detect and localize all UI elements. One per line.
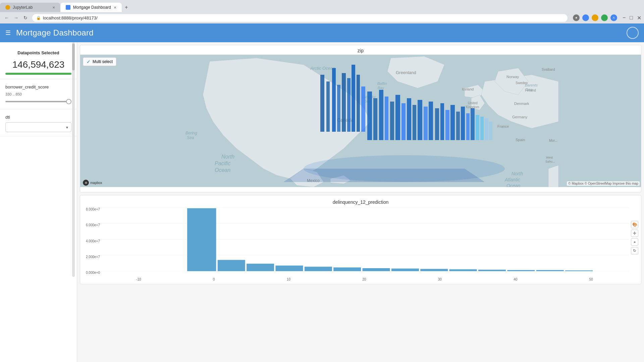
svg-text:Atlantic: Atlantic — [504, 177, 520, 182]
minimize-button[interactable]: − — [623, 15, 626, 21]
svg-rect-63 — [480, 117, 484, 140]
svg-rect-39 — [352, 65, 355, 132]
browser-chrome: JupyterLab ✕ Mortgage Dashboard ✕ + ← → … — [0, 0, 644, 23]
datapoints-progress-fill — [5, 73, 71, 75]
svg-rect-38 — [347, 78, 351, 132]
svg-text:France: France — [497, 124, 509, 128]
refresh-button[interactable]: ↻ — [21, 14, 30, 22]
y-axis-labels: 8.000e+7 6.000e+7 4.000e+7 2.000e+7 0.00… — [82, 207, 100, 275]
dashboard-tab-label: Mortgage Dashboard — [73, 5, 111, 10]
datapoints-title: Datapoints Selected — [5, 50, 71, 55]
bookmark-icon[interactable]: ★ — [573, 14, 580, 21]
tab-jupyter[interactable]: JupyterLab ✕ — [0, 3, 60, 12]
chart-color-tool[interactable]: 🎨 — [631, 221, 638, 228]
datapoints-section: Datapoints Selected 146,594,623 — [0, 45, 77, 79]
multi-select-button[interactable]: ✓ Multi select — [83, 57, 116, 66]
url-bar[interactable]: 🔒 localhost:8888/proxy/48173/ — [32, 14, 568, 22]
svg-text:Ocean: Ocean — [215, 167, 230, 173]
content-area: zip — [77, 42, 644, 362]
x-label-3: 20 — [362, 278, 366, 281]
jupyter-tab-close[interactable]: ✕ — [52, 6, 55, 9]
svg-text:Bering: Bering — [185, 131, 197, 135]
svg-rect-83 — [478, 270, 506, 271]
chart-title: delinquency_12_prediction — [80, 195, 641, 207]
jupyter-tab-icon — [5, 5, 10, 10]
x-axis-labels: -10 0 10 20 30 40 50 — [100, 278, 629, 281]
dashboard-tab-close[interactable]: ✕ — [114, 6, 116, 9]
dti-filter: dti ▼ — [0, 109, 77, 136]
maximize-button[interactable]: □ — [630, 15, 633, 21]
y-label-4: 0.000e+0 — [86, 271, 100, 275]
chart-panel: delinquency_12_prediction 8.000e+7 6.000… — [80, 195, 641, 284]
svg-text:North: North — [512, 171, 523, 176]
map-attribution[interactable]: © Mapbox © OpenStreetMap Improve this ma… — [567, 181, 640, 186]
dti-dropdown[interactable] — [5, 122, 71, 132]
extension-icon-2[interactable] — [592, 14, 598, 21]
profile-icon[interactable]: A — [610, 14, 617, 21]
svg-rect-58 — [456, 112, 460, 140]
mapbox-logo: ⊙ mapbox — [83, 180, 102, 186]
menu-icon[interactable]: ☰ — [5, 29, 11, 37]
svg-rect-79 — [363, 268, 390, 271]
svg-rect-47 — [395, 95, 400, 140]
chart-refresh-tool[interactable]: ↻ — [631, 247, 638, 254]
svg-rect-41 — [361, 86, 365, 132]
chart-link-tool[interactable]: ⚭ — [631, 238, 638, 246]
svg-text:Iceland: Iceland — [462, 87, 474, 91]
x-label-1: 0 — [213, 278, 215, 281]
extension-icon-1[interactable] — [582, 14, 589, 21]
svg-rect-53 — [429, 102, 433, 140]
new-tab-button[interactable]: + — [122, 3, 131, 12]
svg-rect-37 — [342, 73, 346, 132]
svg-rect-36 — [337, 85, 340, 132]
dashboard-tab-icon — [66, 5, 70, 10]
svg-marker-67 — [283, 169, 485, 182]
svg-rect-51 — [418, 100, 422, 140]
forward-button[interactable]: → — [12, 14, 20, 22]
datapoints-progress-bar — [5, 73, 71, 75]
url-text: localhost:8888/proxy/48173/ — [43, 15, 98, 20]
svg-rect-73 — [187, 208, 216, 271]
svg-rect-77 — [305, 267, 332, 271]
chart-toolbar: 🎨 ✛ ⚭ ↻ — [631, 221, 638, 254]
jupyter-tab-label: JupyterLab — [13, 5, 33, 10]
x-label-5: 40 — [514, 278, 517, 281]
svg-rect-44 — [379, 90, 383, 140]
credit-score-track — [5, 101, 71, 102]
main-layout: Datapoints Selected 146,594,623 borrower… — [0, 42, 644, 362]
close-button[interactable]: ✕ — [637, 15, 641, 21]
svg-text:Spain: Spain — [516, 138, 525, 142]
svg-rect-80 — [391, 268, 419, 271]
svg-rect-76 — [275, 265, 303, 271]
svg-rect-56 — [445, 110, 449, 140]
map-container[interactable]: Canada North Pacific Ocean North Atlanti… — [80, 55, 641, 187]
app-title: Mortgage Dashboard — [16, 28, 94, 38]
y-label-1: 6.000e+7 — [86, 223, 100, 227]
mapbox-logo-icon: ⊙ — [83, 180, 89, 186]
link-icon: ⚭ — [633, 240, 636, 244]
credit-score-filter: borrower_credit_score 330 .. 850 — [0, 79, 77, 109]
credit-score-thumb[interactable] — [66, 99, 71, 104]
tab-dashboard[interactable]: Mortgage Dashboard ✕ — [60, 3, 122, 12]
credit-score-range-label: 330 .. 850 — [5, 92, 71, 96]
svg-text:Baffin: Baffin — [377, 81, 387, 85]
svg-rect-74 — [218, 260, 245, 271]
chart-pan-tool[interactable]: ✛ — [631, 230, 638, 237]
back-button[interactable]: ← — [3, 14, 11, 22]
mapbox-icon-text: ⊙ — [85, 181, 87, 184]
sidebar: Datapoints Selected 146,594,623 borrower… — [0, 42, 77, 362]
svg-text:Svalbard: Svalbard — [542, 68, 555, 71]
svg-rect-43 — [373, 98, 377, 140]
svg-text:North: North — [221, 154, 234, 160]
svg-rect-35 — [332, 68, 336, 132]
extension-icon-3[interactable] — [601, 14, 608, 21]
credit-score-slider[interactable] — [5, 98, 71, 105]
map-svg: Canada North Pacific Ocean North Atlanti… — [80, 55, 641, 187]
svg-rect-45 — [385, 97, 388, 140]
svg-text:Norway: Norway — [506, 75, 519, 79]
app-header: ☰ Mortgage Dashboard — [0, 23, 644, 42]
svg-rect-40 — [357, 75, 360, 132]
svg-rect-42 — [367, 92, 372, 140]
chart-svg — [100, 207, 629, 271]
color-wheel-icon: 🎨 — [632, 222, 637, 227]
